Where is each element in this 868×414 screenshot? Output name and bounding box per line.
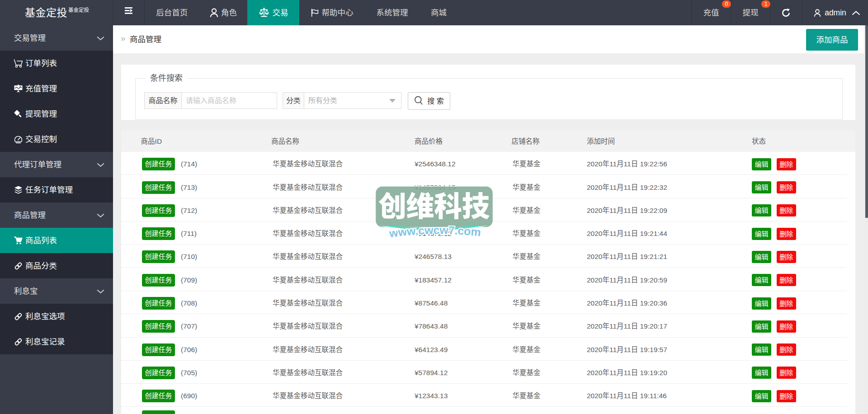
svg-text:创维科技: 创维科技 (378, 184, 490, 225)
svg-text:www.cwcw7.com: www.cwcw7.com (388, 224, 481, 240)
